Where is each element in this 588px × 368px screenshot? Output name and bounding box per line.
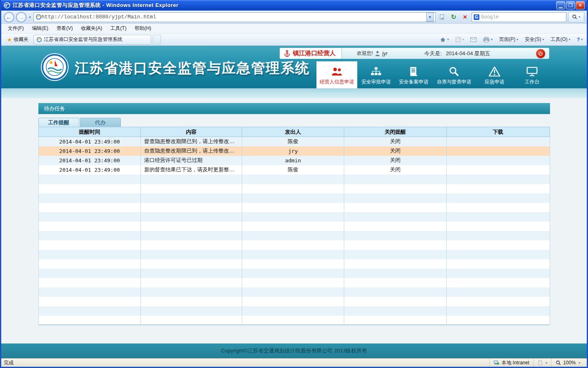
menu-item[interactable]: 帮助(H) bbox=[131, 24, 156, 33]
empty-row bbox=[38, 250, 550, 259]
new-tab-button[interactable] bbox=[153, 35, 161, 45]
ie-icon: e bbox=[3, 2, 11, 9]
nav-item-org[interactable]: 安全审批申请 bbox=[357, 63, 395, 88]
cell-download bbox=[446, 146, 550, 156]
empty-row bbox=[38, 259, 550, 269]
task-table: 提醒时间内容发出人关闭提醒下载 2014-04-01 23:49:00督查隐患整… bbox=[38, 127, 550, 325]
nav-item-doc[interactable]: 安全备案申请 bbox=[395, 63, 432, 88]
nav-item-monitor[interactable]: 工作台 bbox=[513, 63, 551, 88]
read-mail-button[interactable] bbox=[469, 36, 478, 43]
empty-row bbox=[38, 184, 550, 193]
stop-button[interactable]: × bbox=[460, 12, 470, 22]
address-field[interactable]: ▼ bbox=[33, 12, 436, 22]
menu-item[interactable]: 收藏夹(A) bbox=[77, 24, 106, 33]
mail-icon bbox=[470, 37, 477, 42]
operator-badge: 镇江港口经营人 bbox=[280, 48, 341, 59]
todo-panel: 待办任务 工作提醒代办 提醒时间内容发出人关闭提醒下载 2014-04-01 2… bbox=[38, 103, 550, 325]
minimize-button[interactable]: ▁ bbox=[556, 1, 565, 9]
task-tab[interactable]: 代办 bbox=[80, 118, 121, 127]
compatibility-button[interactable] bbox=[437, 12, 447, 22]
menu-item[interactable]: 查看(V) bbox=[52, 24, 77, 33]
people-icon bbox=[331, 67, 343, 76]
search-input[interactable] bbox=[481, 14, 564, 20]
nav-item-people[interactable]: 经营人信息申请 bbox=[316, 61, 357, 88]
nav-item-alert[interactable]: 应急申请 bbox=[476, 63, 513, 88]
url-input[interactable] bbox=[42, 14, 426, 20]
safety-menu-button[interactable]: 安全(S)▾ bbox=[523, 35, 546, 44]
print-button[interactable]: ▾ bbox=[481, 36, 494, 44]
nav-label: 自查与督查申请 bbox=[437, 79, 471, 85]
empty-row bbox=[38, 297, 550, 306]
menu-item[interactable]: 工具(T) bbox=[106, 24, 130, 33]
command-bar: ▾ ▾ ▾ bbox=[438, 35, 584, 44]
refresh-button[interactable]: ↻ bbox=[449, 12, 459, 22]
search-box[interactable]: G bbox=[472, 12, 566, 22]
history-dropdown[interactable]: ▾ bbox=[28, 15, 32, 19]
close-reminder-link[interactable]: 关闭 bbox=[390, 148, 401, 154]
feeds-button[interactable]: ▾ bbox=[454, 36, 466, 44]
menu-item[interactable]: 编辑(E) bbox=[28, 24, 52, 33]
power-icon bbox=[538, 51, 543, 56]
forward-button[interactable]: → bbox=[16, 12, 27, 22]
empty-row bbox=[38, 203, 550, 212]
table-row[interactable]: 2014-04-01 23:49:00新的督查结果已下达，请及时更新整改结果陈俊… bbox=[38, 165, 550, 175]
empty-row bbox=[38, 240, 550, 250]
maximize-button[interactable]: ❐ bbox=[566, 1, 575, 9]
menu-item[interactable]: 文件(F) bbox=[4, 24, 28, 33]
page-menu-button[interactable]: 页面(P)▾ bbox=[497, 35, 520, 44]
main-nav: 经营人信息申请安全审批申请安全备案申请自查与督查申请应急申请工作台 bbox=[316, 61, 551, 88]
star-icon: ★ bbox=[7, 36, 12, 43]
cell-time: 2014-04-01 23:49:00 bbox=[38, 137, 140, 146]
search-dropdown[interactable]: ▾ bbox=[579, 15, 580, 19]
title-bar: e 江苏省港口安全监管与应急管理系统 - Windows Internet Ex… bbox=[1, 0, 587, 11]
table-row[interactable]: 2014-04-01 23:49:00自查隐患整改期限已到，请上传整改结果…jr… bbox=[38, 146, 550, 156]
nav-item-search[interactable]: 自查与督查申请 bbox=[432, 63, 476, 88]
web-page: 江苏省港口安全监管与应急管理系统 镇江港口经营人 欢迎您! bbox=[1, 46, 587, 358]
search-icon bbox=[572, 14, 577, 20]
cell-time: 2014-04-01 23:49:00 bbox=[38, 156, 140, 165]
column-header: 发出人 bbox=[242, 127, 344, 137]
cell-time: 2014-04-01 23:49:00 bbox=[38, 165, 140, 175]
cell-content: 新的督查结果已下达，请及时更新整改结果 bbox=[140, 165, 242, 175]
search-button[interactable]: ▾ bbox=[568, 12, 584, 22]
org-icon bbox=[370, 67, 382, 76]
favorites-button[interactable]: ★ 收藏夹 bbox=[4, 35, 32, 44]
home-button[interactable]: ▾ bbox=[438, 36, 450, 44]
logout-button[interactable] bbox=[536, 49, 545, 58]
close-reminder-link[interactable]: 关闭 bbox=[390, 157, 401, 163]
nav-label: 工作台 bbox=[525, 79, 539, 85]
zoom-control[interactable]: 100% ▾ bbox=[551, 359, 584, 367]
cell-content: 港口经营许可证号已过期 bbox=[140, 156, 242, 165]
status-text: 完成 bbox=[4, 359, 489, 366]
table-row[interactable]: 2014-04-01 23:49:00港口经营许可证号已过期admin关闭 bbox=[38, 156, 550, 165]
tools-menu-button[interactable]: 工具(O)▾ bbox=[549, 35, 572, 44]
ie-icon-tab bbox=[36, 37, 42, 43]
cell-content: 自查隐患整改期限已到，请上传整改结果… bbox=[140, 146, 242, 156]
table-row[interactable]: 2014-04-01 23:49:00督查隐患整改期限已到，请上传整改结果…陈俊… bbox=[38, 137, 550, 146]
zoom-icon bbox=[556, 360, 561, 366]
protected-mode-segment[interactable]: ▾ bbox=[533, 359, 551, 367]
cell-content: 督查隐患整改期限已到，请上传整改结果… bbox=[140, 137, 242, 146]
column-header: 关闭提醒 bbox=[344, 127, 446, 137]
empty-row bbox=[38, 212, 550, 222]
empty-row bbox=[38, 175, 550, 184]
site-title: 江苏省港口安全监管与应急管理系统 bbox=[75, 59, 310, 78]
close-reminder-link[interactable]: 关闭 bbox=[390, 138, 401, 144]
table-header-row: 提醒时间内容发出人关闭提醒下载 bbox=[38, 127, 550, 137]
help-button[interactable]: ?▾ bbox=[575, 36, 584, 44]
back-button[interactable]: ← bbox=[4, 12, 14, 22]
column-header: 内容 bbox=[140, 127, 242, 137]
browser-tab[interactable]: 江苏省港口安全监管与应急管理系统 bbox=[33, 35, 151, 45]
anchor-icon bbox=[284, 50, 290, 57]
url-dropdown[interactable]: ▼ bbox=[426, 13, 434, 22]
close-reminder-link[interactable]: 关闭 bbox=[390, 166, 401, 173]
task-tab[interactable]: 工作提醒 bbox=[38, 118, 79, 127]
alert-icon bbox=[489, 67, 500, 76]
empty-row bbox=[38, 316, 550, 325]
empty-row bbox=[38, 269, 550, 278]
help-icon: ? bbox=[577, 37, 580, 43]
site-header: 江苏省港口安全监管与应急管理系统 镇江港口经营人 欢迎您! bbox=[1, 46, 587, 88]
google-icon: G bbox=[474, 14, 479, 20]
operator-name: 镇江港口经营人 bbox=[293, 49, 336, 57]
close-button[interactable]: ✕ bbox=[576, 1, 585, 9]
